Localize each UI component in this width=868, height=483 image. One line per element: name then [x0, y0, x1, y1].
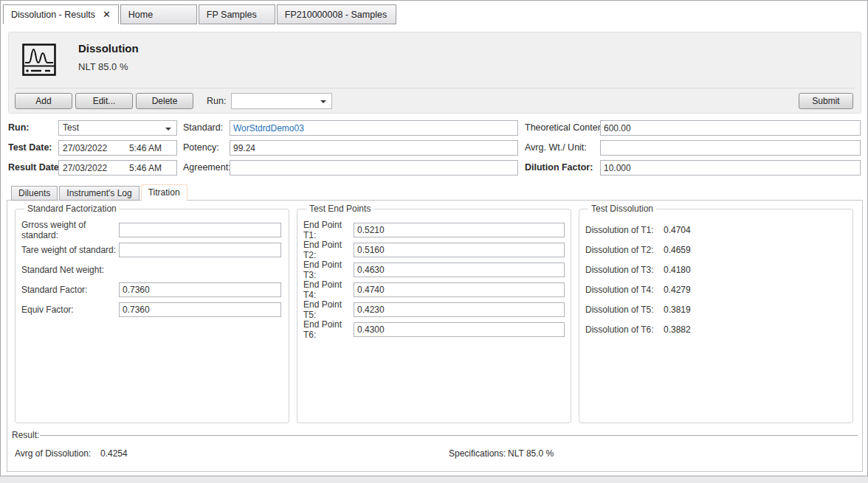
dissolution-t2-value: 0.4659 [664, 245, 691, 255]
chromatogram-icon [22, 44, 56, 76]
dilution-factor-label: Dilution Factor: [525, 160, 593, 176]
tab-diluents[interactable]: Diluents [11, 186, 58, 201]
dissolution-t3-label: Dissolution of T3: [585, 265, 658, 275]
standard-field[interactable] [230, 120, 518, 136]
result-date-value: 27/03/2022 [63, 163, 107, 173]
group-title: Test End Points [306, 204, 373, 214]
page-title: Dissolution [78, 42, 139, 55]
test-date-field[interactable]: 27/03/2022 5:46 AM [58, 140, 177, 156]
test-date-label: Test Date: [8, 140, 52, 156]
form-row: Tare weight of standard: [21, 240, 283, 260]
form-row: End Point T2: [303, 240, 565, 260]
avg-wt-unit-field[interactable] [600, 140, 861, 156]
app-window: Dissolution - Results ✕ Home FP Samples … [0, 0, 868, 476]
separator-line [40, 435, 858, 436]
end-point-t6-label: End Point T6: [303, 319, 354, 340]
dissolution-t4-value: 0.4279 [664, 285, 691, 295]
close-icon[interactable]: ✕ [95, 9, 111, 20]
agreement-label: Agreement: [183, 160, 231, 176]
standard-factorization-group: Standard Factorization Grross weight of … [15, 204, 289, 423]
group-title: Test Dissolution [588, 204, 656, 214]
submit-button[interactable]: Submit [799, 93, 853, 109]
run-label: Run: [8, 120, 29, 136]
form-row: Standard Factor: [21, 279, 283, 299]
end-point-t3-label: End Point T3: [303, 260, 354, 280]
standard-factor-field[interactable] [119, 282, 281, 297]
add-button[interactable]: Add [15, 93, 72, 109]
end-point-t3-field[interactable] [354, 263, 565, 277]
dissolution-t1-label: Dissolution of T1: [585, 225, 658, 235]
section-tabbar: Diluents Instrument's Log Titration [11, 185, 189, 201]
end-point-t4-field[interactable] [354, 282, 565, 297]
chevron-down-icon [165, 128, 171, 131]
dissolution-t3-value: 0.4180 [664, 265, 691, 275]
equiv-factor-field[interactable] [119, 302, 281, 317]
form-row: End Point T4: [303, 279, 565, 299]
gross-weight-field[interactable] [119, 223, 281, 237]
end-point-t4-label: End Point T4: [303, 279, 354, 300]
tab-fp210000008-samples[interactable]: FP210000008 - Samples [277, 4, 396, 24]
dissolution-t1-value: 0.4704 [664, 225, 691, 235]
test-dissolution-group: Test Dissolution Dissolution of T1: 0.47… [579, 204, 853, 423]
run-dropdown[interactable]: Test [58, 120, 177, 136]
potency-field[interactable] [230, 140, 518, 156]
end-point-t6-field[interactable] [354, 322, 565, 337]
theoretical-content-label: Theoretical Content: [525, 120, 608, 136]
tare-weight-field[interactable] [119, 243, 281, 257]
agreement-field[interactable] [230, 160, 518, 176]
end-point-t5-field[interactable] [354, 302, 565, 317]
tab-titration[interactable]: Titration [141, 184, 187, 201]
dissolution-t5-label: Dissolution of T5: [585, 305, 658, 315]
readonly-row: Dissolution of T2: 0.4659 [585, 240, 847, 260]
group-title: Standard Factorization [24, 204, 120, 214]
specifications-label: Specifications: [449, 448, 506, 459]
tab-fp-samples[interactable]: FP Samples [199, 4, 275, 24]
chevron-down-icon [320, 100, 326, 103]
tab-instruments-log[interactable]: Instrument's Log [59, 186, 139, 201]
tab-home[interactable]: Home [120, 4, 197, 24]
end-point-t2-field[interactable] [354, 243, 565, 257]
dissolution-t5-value: 0.3819 [664, 305, 691, 315]
end-point-t1-field[interactable] [354, 223, 565, 237]
avg-dissolution-value: 0.4254 [100, 448, 128, 459]
theoretical-content-field[interactable] [600, 120, 861, 136]
dissolution-t6-value: 0.3882 [664, 324, 691, 335]
end-point-t1-label: End Point T1: [303, 220, 354, 240]
form-row: End Point T5: [303, 299, 565, 319]
readonly-row: Dissolution of T6: 0.3882 [585, 319, 847, 339]
result-separator: Result: [12, 430, 858, 440]
delete-button[interactable]: Delete [136, 93, 193, 109]
toolbar-run-label: Run: [207, 96, 226, 106]
run-dropdown-value: Test [63, 122, 79, 133]
document-tabbar: Dissolution - Results ✕ Home FP Samples … [3, 4, 398, 24]
avg-wt-unit-label: Avrg. Wt./ Unit: [525, 140, 587, 156]
end-point-t2-label: End Point T2: [303, 240, 354, 260]
standard-net-weight-label: Standard Net weight: [21, 265, 119, 275]
toolbar-run-dropdown[interactable] [231, 93, 332, 109]
form-row: End Point T3: [303, 260, 565, 279]
standard-label: Standard: [183, 120, 223, 136]
test-date-value: 27/03/2022 [63, 143, 107, 153]
dissolution-t6-label: Dissolution of T6: [585, 324, 658, 335]
standard-factor-label: Standard Factor: [21, 285, 119, 295]
result-date-field[interactable]: 27/03/2022 5:46 AM [58, 160, 177, 176]
dilution-factor-field[interactable] [600, 160, 861, 176]
readonly-row: Dissolution of T3: 0.4180 [585, 260, 847, 279]
test-end-points-group: Test End Points End Point T1: End Point … [297, 204, 571, 423]
header-panel: Dissolution NLT 85.0 % Add Edit... Delet… [8, 32, 861, 114]
result-label: Result: [12, 430, 39, 440]
toolbar: Add Edit... Delete Run: Submit [15, 88, 855, 114]
tab-label: Home [128, 10, 153, 20]
form-row: Grross weight of standard: [21, 220, 283, 240]
edit-button[interactable]: Edit... [75, 93, 133, 109]
result-date-label: Result Date: [8, 160, 62, 176]
test-time-value: 5:46 AM [129, 143, 162, 153]
form-row: End Point T6: [303, 319, 565, 339]
tab-dissolution-results[interactable]: Dissolution - Results ✕ [3, 4, 119, 24]
dissolution-t4-label: Dissolution of T4: [585, 285, 658, 295]
readonly-row: Dissolution of T1: 0.4704 [585, 220, 847, 240]
dissolution-t2-label: Dissolution of T2: [585, 245, 658, 255]
form-row: Equiv Factor: [21, 299, 283, 319]
titration-panel: Standard Factorization Grross weight of … [7, 200, 863, 472]
tare-weight-label: Tare weight of standard: [21, 245, 119, 255]
